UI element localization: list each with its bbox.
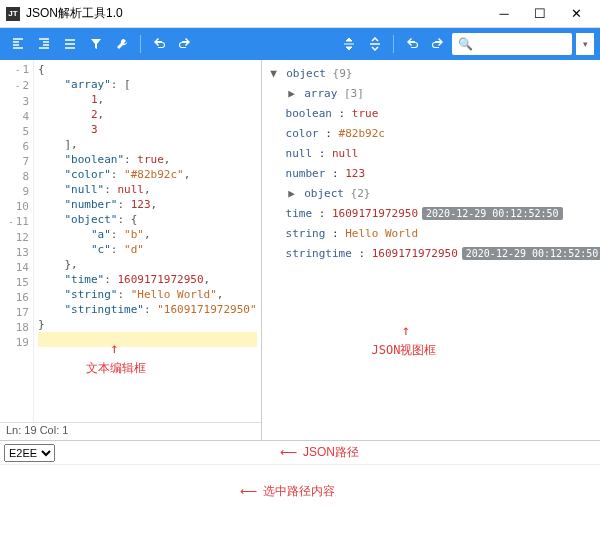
editor-pane: -1-2345678910-111213141516171819 { "arra… (0, 60, 262, 440)
toolbar-divider (393, 35, 394, 53)
indent-right-icon[interactable] (32, 32, 56, 56)
line-gutter: -1-2345678910-111213141516171819 (0, 60, 34, 422)
app-icon: JT (6, 7, 20, 21)
maximize-button[interactable]: ☐ (522, 6, 558, 21)
tree-undo-icon[interactable] (400, 32, 424, 56)
minimize-button[interactable]: ─ (486, 6, 522, 21)
timestamp-badge: 2020-12-29 00:12:52:50 (422, 207, 562, 220)
main-toolbar: 🔍 ▾ (0, 28, 600, 60)
undo-icon[interactable] (147, 32, 171, 56)
tree-twisty-icon[interactable]: ▶ (286, 84, 298, 104)
search-icon: 🔍 (458, 37, 473, 51)
code-editor[interactable]: -1-2345678910-111213141516171819 { "arra… (0, 60, 261, 422)
callout-content: ⟵选中路径内容 (240, 483, 335, 500)
toolbar-divider (140, 35, 141, 53)
json-path-bar: E2EE ⟵JSON路径 (0, 440, 600, 464)
path-select[interactable]: E2EE (4, 444, 55, 462)
callout-tree: JSON视图框 (372, 340, 437, 360)
redo-icon[interactable] (173, 32, 197, 56)
main-split: -1-2345678910-111213141516171819 { "arra… (0, 60, 600, 440)
tree-pane[interactable]: ▼ object {9}▶ array [3]boolean : truecol… (262, 60, 600, 440)
list-icon[interactable] (58, 32, 82, 56)
window-title: JSON解析工具1.0 (26, 5, 486, 22)
callout-path: ⟵JSON路径 (280, 444, 359, 461)
tree-twisty-icon[interactable]: ▼ (268, 64, 280, 84)
search-options-dropdown[interactable]: ▾ (576, 33, 594, 55)
callout-arrow-up-icon: ↑ (402, 320, 410, 340)
code-body[interactable]: { "array": [ 1, 2, 3 ], "boolean": true,… (34, 60, 261, 422)
close-button[interactable]: ✕ (558, 6, 594, 21)
search-box[interactable]: 🔍 (452, 33, 572, 55)
tree-twisty-icon[interactable]: ▶ (286, 184, 298, 204)
indent-left-icon[interactable] (6, 32, 30, 56)
search-input[interactable] (477, 38, 566, 50)
timestamp-badge: 2020-12-29 00:12:52:50 (462, 247, 600, 260)
wrench-icon[interactable] (110, 32, 134, 56)
editor-status-bar: Ln: 19 Col: 1 (0, 422, 261, 440)
selected-content-area[interactable]: ⟵选中路径内容 (0, 464, 600, 514)
filter-icon[interactable] (84, 32, 108, 56)
collapse-vertical-icon[interactable] (337, 32, 361, 56)
window-titlebar: JT JSON解析工具1.0 ─ ☐ ✕ (0, 0, 600, 28)
tree-redo-icon[interactable] (426, 32, 450, 56)
expand-vertical-icon[interactable] (363, 32, 387, 56)
